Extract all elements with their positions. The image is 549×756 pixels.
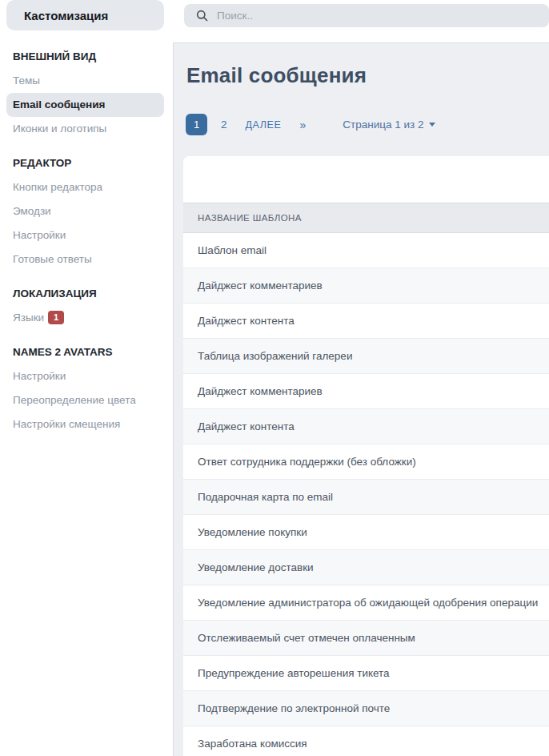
table-row[interactable]: Уведомление доставки (183, 550, 549, 585)
chevron-down-icon (429, 123, 435, 127)
table-row[interactable]: Дайджест комментариев (183, 268, 549, 304)
table-row[interactable]: Дайджест контента (183, 409, 549, 444)
table-row[interactable]: Подарочная карта по email (183, 480, 549, 515)
sidebar-item-editor-buttons[interactable]: Кнопки редактора (0, 175, 173, 199)
sidebar-item-n2a-settings[interactable]: Настройки (0, 364, 173, 388)
table-row[interactable]: Отслеживаемый счет отмечен оплаченным (183, 621, 549, 656)
pagination: 1 2 ДАЛЕЕ » Страница 1 из 2 (186, 114, 549, 135)
page-title: Email сообщения (186, 63, 549, 88)
section-header-appearance: ВНЕШНИЙ ВИД (0, 45, 173, 69)
sidebar-title: Кастомизация (6, 0, 164, 30)
sidebar-item-languages[interactable]: Языки1 (0, 306, 173, 330)
table-column-header: НАЗВАНИЕ ШАБЛОНА (183, 203, 549, 233)
sidebar-item-saved-replies[interactable]: Готовые ответы (0, 247, 173, 271)
table-row[interactable]: Уведомление покупки (183, 515, 549, 550)
table-row[interactable]: Уведомление администратора об ожидающей … (183, 585, 549, 621)
table-row[interactable]: Предупреждение авторешения тикета (183, 656, 549, 691)
sidebar-section-editor: РЕДАКТОР Кнопки редактора Эмодзи Настрой… (0, 151, 173, 271)
sidebar-section-names2avatars: NAMES 2 AVATARS Настройки Переопределени… (0, 340, 173, 436)
sidebar-section-appearance: ВНЕШНИЙ ВИД Темы Email сообщения Иконки … (0, 45, 173, 141)
section-header-names2avatars: NAMES 2 AVATARS (0, 340, 173, 364)
languages-count-badge: 1 (48, 311, 64, 324)
admin-app: Кастомизация ВНЕШНИЙ ВИД Темы Email сооб… (0, 0, 549, 756)
sidebar-item-email-templates[interactable]: Email сообщения (6, 93, 164, 117)
sidebar-item-label: Языки (13, 312, 44, 324)
table-row[interactable]: Таблица изображений галереи (183, 339, 549, 374)
table-row[interactable]: Дайджест контента (183, 304, 549, 339)
section-header-editor: РЕДАКТОР (0, 151, 173, 175)
sidebar-item-offset-settings[interactable]: Настройки смещения (0, 412, 173, 436)
last-page-link[interactable]: » (299, 119, 306, 131)
page-info-label: Страница 1 из 2 (343, 119, 423, 131)
page-1-button[interactable]: 1 (186, 114, 207, 135)
sidebar-item-editor-settings[interactable]: Настройки (0, 223, 173, 247)
table-row[interactable]: Дайджест комментариев (183, 374, 549, 409)
table-body: Шаблон email Дайджест комментариев Дайдж… (183, 233, 549, 756)
templates-card: НАЗВАНИЕ ШАБЛОНА Шаблон email Дайджест к… (183, 156, 549, 756)
sidebar: Кастомизация ВНЕШНИЙ ВИД Темы Email сооб… (0, 0, 173, 756)
sidebar-item-emoji[interactable]: Эмодзи (0, 199, 173, 223)
page-2-link[interactable]: 2 (221, 119, 227, 131)
section-header-localization: ЛОКАЛИЗАЦИЯ (0, 282, 173, 306)
page-selector-dropdown[interactable]: Страница 1 из 2 (343, 119, 435, 131)
sidebar-section-localization: ЛОКАЛИЗАЦИЯ Языки1 (0, 282, 173, 330)
card-toolbar (183, 156, 549, 203)
content-area: Email сообщения 1 2 ДАЛЕЕ » Страница 1 и… (173, 42, 549, 756)
next-page-link[interactable]: ДАЛЕЕ (246, 119, 282, 131)
sidebar-item-icons-logos[interactable]: Иконки и логотипы (0, 117, 173, 141)
table-row[interactable]: Ответ сотрудника поддержки (без обложки) (183, 444, 549, 480)
table-row[interactable]: Шаблон email (183, 233, 549, 268)
search-input[interactable] (217, 10, 549, 22)
search-icon (196, 10, 208, 22)
search-box[interactable] (184, 4, 549, 27)
topbar (173, 0, 549, 42)
table-row[interactable]: Заработана комиссия (183, 726, 549, 756)
sidebar-item-themes[interactable]: Темы (0, 69, 173, 93)
sidebar-item-color-override[interactable]: Переопределение цвета (0, 388, 173, 412)
table-row[interactable]: Подтверждение по электронной почте (183, 691, 549, 726)
main-column: Email сообщения 1 2 ДАЛЕЕ » Страница 1 и… (173, 0, 549, 756)
